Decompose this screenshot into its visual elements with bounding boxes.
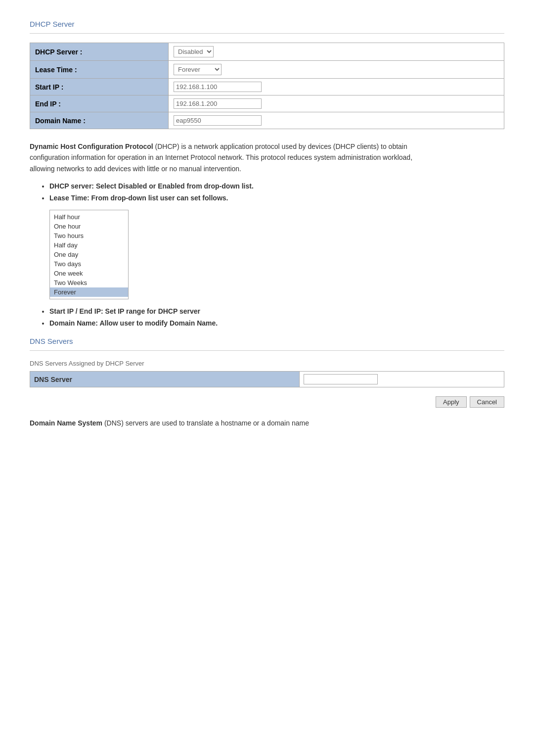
dhcp-description: Dynamic Host Configuration Protocol (DHC… xyxy=(30,141,504,327)
bullet-bold: Start IP / End IP: Set IP range for DHCP… xyxy=(49,307,200,315)
table-row: Lease Time : Half hour One hour Two hour… xyxy=(30,61,504,79)
bullet-bold: DHCP server: Select Disabled or Enabled … xyxy=(49,182,254,190)
dropdown-option: One hour xyxy=(50,222,128,231)
domain-name-value xyxy=(169,112,504,129)
dhcp-form-table: DHCP Server : Disabled Enabled Lease Tim… xyxy=(30,43,504,129)
end-ip-input[interactable] xyxy=(174,98,262,109)
dhcp-bullet-list-2: Start IP / End IP: Set IP range for DHCP… xyxy=(49,307,504,327)
dropdown-option: One week xyxy=(50,269,128,278)
divider-dns xyxy=(30,350,504,351)
button-row: Apply Cancel xyxy=(30,396,504,408)
list-item: Domain Name: Allow user to modify Domain… xyxy=(49,319,504,327)
domain-name-input[interactable] xyxy=(174,115,262,126)
table-row: Domain Name : xyxy=(30,112,504,129)
dhcp-intro-text: Dynamic Host Configuration Protocol (DHC… xyxy=(30,141,435,174)
dns-assigned-label: DNS Servers Assigned by DHCP Server xyxy=(30,360,504,367)
dropdown-option: Two Weeks xyxy=(50,278,128,287)
lease-time-select[interactable]: Half hour One hour Two hours Half day On… xyxy=(174,64,222,75)
bullet-bold: Domain Name: Allow user to modify Domain… xyxy=(49,319,218,327)
dropdown-option: Two days xyxy=(50,259,128,269)
start-ip-label: Start IP : xyxy=(30,79,169,95)
dns-server-value xyxy=(300,372,504,387)
start-ip-input[interactable] xyxy=(174,82,262,92)
bullet-bold: Lease Time: From drop-down list user can… xyxy=(49,194,228,202)
dns-server-label: DNS Server xyxy=(30,372,300,387)
dns-table: DNS Server xyxy=(30,371,504,387)
apply-button[interactable]: Apply xyxy=(436,396,467,408)
dns-bold-text: Domain Name System xyxy=(30,419,102,427)
dropdown-option: One day xyxy=(50,250,128,259)
dns-server-input[interactable] xyxy=(304,374,378,384)
lease-time-dropdown-box: Half hour One hour Two hours Half day On… xyxy=(49,210,129,299)
dropdown-option: Two hours xyxy=(50,231,128,240)
dns-title: DNS Servers xyxy=(30,337,504,345)
dns-section: DNS Servers DNS Servers Assigned by DHCP… xyxy=(30,337,504,408)
dropdown-option: Half day xyxy=(50,240,128,250)
table-row: Start IP : xyxy=(30,79,504,95)
dropdown-option: Half hour xyxy=(50,212,128,222)
list-item: Start IP / End IP: Set IP range for DHCP… xyxy=(49,307,504,315)
end-ip-label: End IP : xyxy=(30,95,169,112)
dhcp-server-select[interactable]: Disabled Enabled xyxy=(174,46,214,57)
lease-time-value: Half hour One hour Two hours Half day On… xyxy=(169,61,504,79)
cancel-button[interactable]: Cancel xyxy=(470,396,504,408)
dhcp-server-value: Disabled Enabled xyxy=(169,43,504,61)
dhcp-bold-text: Dynamic Host Configuration Protocol xyxy=(30,142,153,150)
divider-dhcp xyxy=(30,33,504,34)
dhcp-server-label: DHCP Server : xyxy=(30,43,169,61)
table-row: DHCP Server : Disabled Enabled xyxy=(30,43,504,61)
list-item: Lease Time: From drop-down list user can… xyxy=(49,194,504,202)
domain-name-label: Domain Name : xyxy=(30,112,169,129)
dhcp-bullet-list-1: DHCP server: Select Disabled or Enabled … xyxy=(49,182,504,202)
dhcp-section: DHCP Server DHCP Server : Disabled Enabl… xyxy=(30,20,504,129)
lease-time-label: Lease Time : xyxy=(30,61,169,79)
start-ip-value xyxy=(169,79,504,95)
end-ip-value xyxy=(169,95,504,112)
table-row: DNS Server xyxy=(30,372,504,387)
dns-description-text: Domain Name System (DNS) servers are use… xyxy=(30,418,435,428)
dropdown-option-selected: Forever xyxy=(50,287,128,297)
list-item: DHCP server: Select Disabled or Enabled … xyxy=(49,182,504,190)
table-row: End IP : xyxy=(30,95,504,112)
dhcp-title: DHCP Server xyxy=(30,20,504,28)
